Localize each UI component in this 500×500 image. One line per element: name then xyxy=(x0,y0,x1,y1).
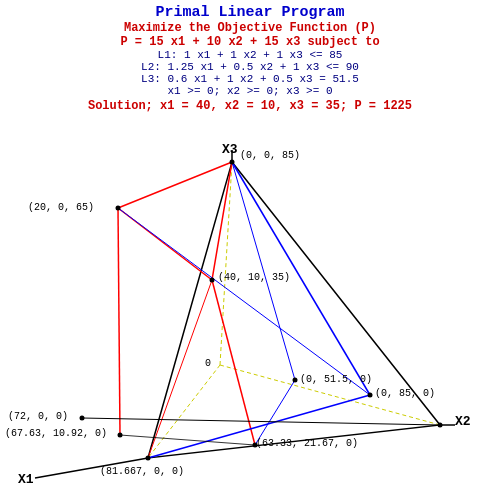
label-0-85-0: (0, 85, 0) xyxy=(375,388,435,399)
blue-line-5 xyxy=(118,208,370,395)
label-81-0-0: (81.667, 0, 0) xyxy=(100,466,184,477)
dot-40-10-35 xyxy=(210,278,215,283)
label-72-0-0: (72, 0, 0) xyxy=(8,411,68,422)
red-line-3 xyxy=(148,280,212,458)
text-content: Primal Linear Program Maximize the Objec… xyxy=(0,0,500,117)
black-triangle xyxy=(148,162,440,458)
constraint-4: x1 >= 0; x2 >= 0; x3 >= 0 xyxy=(8,85,492,97)
x1-axis-label: X1 xyxy=(18,472,34,487)
label-63-21-0: (63.33, 21.67, 0) xyxy=(256,438,358,449)
solution-text: Solution; x1 = 40, x2 = 10, x3 = 35; P =… xyxy=(8,99,492,113)
label-20-0-65: (20, 0, 65) xyxy=(28,202,94,213)
graph-area: X3 X2 X1 (0, 0, 85) (20, 0, 65) (40, 10,… xyxy=(0,140,500,500)
label-67-10-0: (67.63, 10.92, 0) xyxy=(5,428,107,439)
label-0-51-5-0: (0, 51.5, 0) xyxy=(300,374,372,385)
obj-heading: Maximize the Objective Function (P) xyxy=(8,21,492,35)
constraint-1: L1: 1 x1 + 1 x2 + 1 x3 <= 85 xyxy=(8,49,492,61)
dot-72-0-0 xyxy=(80,416,85,421)
blue-line-4 xyxy=(255,380,295,445)
page-title: Primal Linear Program xyxy=(8,4,492,21)
origin-to-x1 xyxy=(148,365,220,458)
blue-line-3 xyxy=(232,162,295,380)
dot-x3-top xyxy=(230,160,235,165)
x3-axis-label: X3 xyxy=(222,142,238,157)
dot-67-10-0 xyxy=(118,433,123,438)
dot-x2 xyxy=(438,423,443,428)
label-0-0-85: (0, 0, 85) xyxy=(240,150,300,161)
dot-81-0-0 xyxy=(146,456,151,461)
constraint-2: L2: 1.25 x1 + 0.5 x2 + 1 x3 <= 90 xyxy=(8,61,492,73)
main-container: Primal Linear Program Maximize the Objec… xyxy=(0,0,500,500)
constraint-line xyxy=(120,435,255,445)
red-line-2 xyxy=(118,208,120,435)
bottom-line xyxy=(82,418,440,425)
constraint-3: L3: 0.6 x1 + 1 x2 + 0.5 x3 = 51.5 xyxy=(8,73,492,85)
graph-svg xyxy=(0,140,500,500)
dot-20-0-65 xyxy=(116,206,121,211)
obj-function: P = 15 x1 + 10 x2 + 15 x3 subject to xyxy=(8,35,492,49)
label-40-10-35: (40, 10, 35) xyxy=(218,272,290,283)
dot-0-85-0 xyxy=(368,393,373,398)
label-origin: 0 xyxy=(205,358,211,369)
dot-0-51-5-0 xyxy=(293,378,298,383)
x2-axis-label: X2 xyxy=(455,414,471,429)
